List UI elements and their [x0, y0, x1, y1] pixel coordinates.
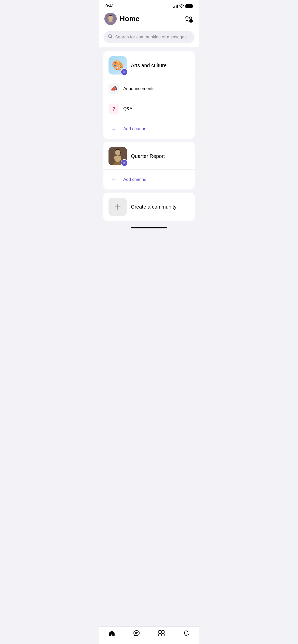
community-icon-wrap-quarter [109, 147, 127, 165]
add-channel-label-quarter: Add channel [123, 177, 147, 182]
main-content: 🎨 Arts and culture 📣 Announcements ? Q&A [99, 47, 199, 225]
battery-icon [185, 4, 193, 8]
channel-name-qna: Q&A [123, 106, 132, 111]
header: Home [99, 11, 199, 29]
community-header-arts[interactable]: 🎨 Arts and culture [103, 51, 195, 79]
channel-item-qna[interactable]: ? Q&A [103, 99, 195, 119]
page-title: Home [120, 15, 140, 23]
community-card-quarter: Quarter Report + Add channel [103, 142, 195, 189]
search-placeholder: Search for communities or messages [115, 35, 187, 40]
create-community-icon [109, 198, 127, 216]
add-channel-arts[interactable]: + Add channel [103, 119, 195, 139]
community-name-quarter: Quarter Report [131, 153, 165, 159]
add-channel-label-arts: Add channel [123, 126, 147, 131]
wifi-icon [179, 4, 184, 8]
add-channel-icon-arts: + [109, 124, 119, 134]
home-indicator [131, 227, 167, 228]
add-community-button[interactable] [183, 14, 194, 24]
status-icons [173, 4, 193, 8]
add-channel-icon-quarter: + [109, 174, 119, 185]
svg-point-10 [115, 150, 120, 156]
community-header-quarter[interactable]: Quarter Report [103, 142, 195, 170]
badge-icon-quarter [121, 159, 128, 166]
header-left: Home [104, 13, 140, 25]
community-name-arts: Arts and culture [131, 63, 167, 68]
channel-name-announcements: Announcements [123, 86, 155, 91]
status-bar: 9:41 [99, 0, 199, 11]
svg-point-4 [189, 17, 192, 19]
add-channel-quarter[interactable]: + Add channel [103, 170, 195, 189]
status-time: 9:41 [105, 4, 114, 9]
signal-icon [173, 4, 178, 8]
announcements-icon: 📣 [109, 83, 119, 94]
channel-item-announcements[interactable]: 📣 Announcements [103, 79, 195, 99]
badge-icon-arts [121, 68, 128, 76]
create-community-card[interactable]: Create a community [103, 193, 195, 221]
create-community-label: Create a community [131, 204, 177, 210]
community-icon-wrap-arts: 🎨 [109, 56, 127, 75]
search-bar[interactable]: Search for communities or messages [103, 31, 195, 43]
svg-point-6 [109, 35, 112, 38]
search-icon [108, 34, 113, 40]
community-card-arts: 🎨 Arts and culture 📣 Announcements ? Q&A [103, 51, 195, 139]
qna-icon: ? [109, 104, 119, 114]
avatar[interactable] [104, 13, 117, 25]
search-container: Search for communities or messages [99, 29, 199, 47]
svg-point-3 [186, 17, 188, 19]
